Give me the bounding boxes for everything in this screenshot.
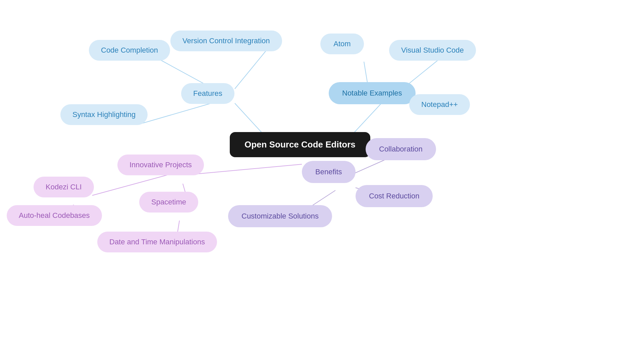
collaboration-node: Collaboration bbox=[366, 138, 436, 160]
notable-examples-node: Notable Examples bbox=[329, 82, 416, 104]
visual-studio-code-node: Visual Studio Code bbox=[389, 40, 476, 61]
atom-node: Atom bbox=[320, 34, 364, 54]
benefits-node: Benefits bbox=[302, 161, 356, 183]
syntax-highlighting-node: Syntax Highlighting bbox=[60, 104, 148, 125]
center-node: Open Source Code Editors bbox=[230, 132, 370, 157]
svg-line-3 bbox=[141, 103, 211, 124]
version-control-node: Version Control Integration bbox=[170, 31, 282, 51]
customizable-solutions-node: Customizable Solutions bbox=[228, 205, 332, 227]
auto-heal-codebases-node: Auto-heal Codebases bbox=[7, 205, 102, 226]
features-node: Features bbox=[181, 83, 234, 104]
spacetime-node: Spacetime bbox=[139, 192, 198, 213]
svg-line-8 bbox=[196, 164, 302, 174]
kodezi-cli-node: Kodezi CLI bbox=[34, 177, 94, 197]
notepadpp-node: Notepad++ bbox=[409, 94, 470, 115]
svg-line-2 bbox=[235, 50, 267, 89]
innovative-projects-node: Innovative Projects bbox=[117, 155, 204, 175]
date-time-node: Date and Time Manipulations bbox=[97, 232, 217, 252]
cost-reduction-node: Cost Reduction bbox=[356, 185, 433, 207]
code-completion-node: Code Completion bbox=[89, 40, 170, 61]
